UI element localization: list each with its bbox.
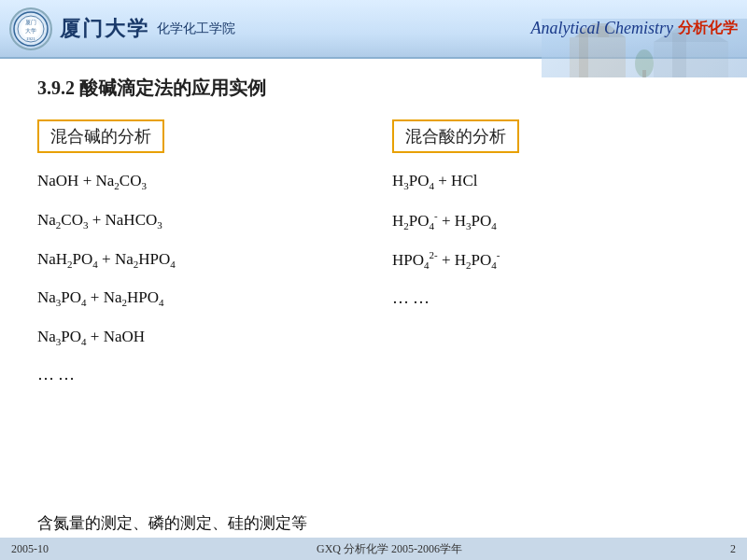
left-ellipsis: …… (37, 365, 355, 385)
left-formula-2: Na2CO3 + NaHCO3 (37, 209, 355, 233)
header-left: 厦门 大学 1921 厦门大学 化学化工学院 (0, 7, 235, 50)
columns: 混合碱的分析 NaOH + Na2CO3 Na2CO3 + NaHCO3 NaH… (37, 119, 710, 399)
right-formula-2: H2PO4- + H3PO4 (392, 209, 710, 233)
university-name: 厦门大学 (60, 15, 149, 43)
left-formula-4: Na3PO4 + Na2HPO4 (37, 287, 355, 311)
svg-rect-14 (642, 70, 646, 77)
university-logo: 厦门 大学 1921 (9, 7, 52, 50)
left-formula-1: NaOH + Na2CO3 (37, 170, 355, 194)
svg-text:1921: 1921 (26, 36, 36, 41)
svg-text:大学: 大学 (25, 28, 36, 34)
right-heading: 混合酸的分析 (392, 119, 519, 153)
right-column: 混合酸的分析 H3PO4 + HCl H2PO4- + H3PO4 HPO42-… (374, 119, 710, 399)
right-formula-1: H3PO4 + HCl (392, 170, 710, 194)
svg-rect-10 (654, 42, 728, 77)
chinese-label: 分析化学 (678, 19, 738, 38)
section-title: 3.9.2 酸碱滴定法的应用实例 (37, 76, 710, 101)
main-content: 3.9.2 酸碱滴定法的应用实例 混合碱的分析 NaOH + Na2CO3 Na… (0, 59, 747, 409)
left-column: 混合碱的分析 NaOH + Na2CO3 Na2CO3 + NaHCO3 NaH… (37, 119, 374, 399)
svg-text:厦门: 厦门 (25, 19, 36, 25)
footer-info: GXQ 分析化学 2005-2006学年 (317, 541, 462, 557)
header: 厦门 大学 1921 厦门大学 化学化工学院 (0, 0, 747, 59)
department-name: 化学化工学院 (157, 21, 235, 37)
left-heading: 混合碱的分析 (37, 119, 164, 153)
left-formula-5: Na3PO4 + NaOH (37, 326, 355, 350)
left-formula-3: NaH2PO4 + Na2HPO4 (37, 248, 355, 273)
header-right: Analytical Chemistry 分析化学 (531, 19, 747, 38)
right-ellipsis: …… (392, 288, 710, 308)
bottom-note: 含氮量的测定、磷的测定、硅的测定等 (37, 512, 710, 534)
footer-date: 2005-10 (11, 542, 49, 556)
footer: 2005-10 GXQ 分析化学 2005-2006学年 2 (0, 538, 747, 560)
right-formula-3: HPO42- + H2PO4- (392, 248, 710, 273)
analytical-label: Analytical Chemistry (531, 19, 678, 38)
footer-page: 2 (730, 542, 736, 556)
svg-rect-6 (570, 37, 626, 77)
